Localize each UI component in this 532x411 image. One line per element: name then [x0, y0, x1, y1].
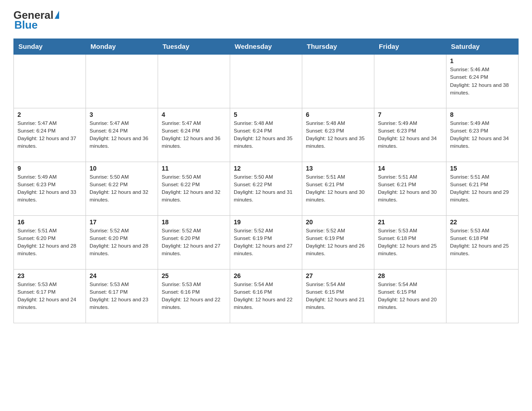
day-info: Sunrise: 5:53 AM Sunset: 6:16 PM Dayligh…	[162, 281, 226, 312]
day-number: 20	[306, 218, 370, 226]
calendar-day: 1Sunrise: 5:46 AM Sunset: 6:24 PM Daylig…	[446, 54, 519, 108]
calendar-day: 22Sunrise: 5:53 AM Sunset: 6:18 PM Dayli…	[446, 215, 519, 269]
weekday-header-thursday: Thursday	[302, 39, 374, 55]
day-number: 6	[306, 111, 370, 118]
day-number: 2	[17, 111, 82, 118]
calendar-day	[14, 54, 86, 108]
calendar-day	[230, 54, 302, 108]
day-info: Sunrise: 5:48 AM Sunset: 6:24 PM Dayligh…	[234, 120, 298, 150]
day-info: Sunrise: 5:49 AM Sunset: 6:23 PM Dayligh…	[378, 120, 442, 150]
day-number: 18	[162, 218, 226, 226]
day-number: 19	[234, 218, 298, 226]
day-info: Sunrise: 5:53 AM Sunset: 6:17 PM Dayligh…	[17, 281, 82, 312]
day-info: Sunrise: 5:51 AM Sunset: 6:21 PM Dayligh…	[450, 173, 515, 204]
logo: General Blue	[13, 9, 59, 31]
day-info: Sunrise: 5:51 AM Sunset: 6:21 PM Dayligh…	[378, 173, 442, 204]
calendar-day: 12Sunrise: 5:50 AM Sunset: 6:22 PM Dayli…	[230, 162, 302, 215]
day-info: Sunrise: 5:46 AM Sunset: 6:24 PM Dayligh…	[450, 66, 515, 97]
day-number: 26	[234, 272, 298, 279]
logo-triangle-icon	[55, 11, 59, 19]
calendar-day: 3Sunrise: 5:47 AM Sunset: 6:24 PM Daylig…	[86, 108, 158, 162]
calendar-day: 21Sunrise: 5:53 AM Sunset: 6:18 PM Dayli…	[374, 215, 446, 269]
weekday-header-monday: Monday	[86, 39, 158, 55]
logo-wrapper: General Blue	[13, 9, 59, 31]
weekday-header-row: SundayMondayTuesdayWednesdayThursdayFrid…	[14, 39, 519, 55]
day-number: 5	[234, 111, 298, 118]
calendar-day: 14Sunrise: 5:51 AM Sunset: 6:21 PM Dayli…	[374, 162, 446, 215]
week-row-2: 2Sunrise: 5:47 AM Sunset: 6:24 PM Daylig…	[14, 108, 519, 162]
calendar-day: 5Sunrise: 5:48 AM Sunset: 6:24 PM Daylig…	[230, 108, 302, 162]
day-info: Sunrise: 5:50 AM Sunset: 6:22 PM Dayligh…	[162, 173, 226, 204]
calendar-day: 16Sunrise: 5:51 AM Sunset: 6:20 PM Dayli…	[14, 215, 86, 269]
day-number: 9	[17, 165, 82, 172]
calendar-day: 20Sunrise: 5:52 AM Sunset: 6:19 PM Dayli…	[302, 215, 374, 269]
day-number: 13	[306, 165, 370, 172]
week-row-3: 9Sunrise: 5:49 AM Sunset: 6:23 PM Daylig…	[14, 162, 519, 215]
calendar-day: 18Sunrise: 5:52 AM Sunset: 6:20 PM Dayli…	[158, 215, 230, 269]
day-number: 28	[378, 272, 442, 279]
calendar-day: 26Sunrise: 5:54 AM Sunset: 6:16 PM Dayli…	[230, 269, 302, 323]
day-number: 27	[306, 272, 370, 279]
calendar-day	[446, 269, 519, 323]
day-info: Sunrise: 5:47 AM Sunset: 6:24 PM Dayligh…	[162, 120, 226, 150]
calendar-day: 9Sunrise: 5:49 AM Sunset: 6:23 PM Daylig…	[14, 162, 86, 215]
day-number: 23	[17, 272, 82, 279]
day-number: 17	[90, 218, 154, 226]
day-info: Sunrise: 5:52 AM Sunset: 6:19 PM Dayligh…	[306, 227, 370, 258]
day-number: 8	[450, 111, 515, 118]
calendar-day: 23Sunrise: 5:53 AM Sunset: 6:17 PM Dayli…	[14, 269, 86, 323]
day-info: Sunrise: 5:52 AM Sunset: 6:20 PM Dayligh…	[90, 227, 154, 258]
day-info: Sunrise: 5:52 AM Sunset: 6:20 PM Dayligh…	[162, 227, 226, 258]
calendar-day: 27Sunrise: 5:54 AM Sunset: 6:15 PM Dayli…	[302, 269, 374, 323]
day-info: Sunrise: 5:47 AM Sunset: 6:24 PM Dayligh…	[90, 120, 154, 150]
day-info: Sunrise: 5:54 AM Sunset: 6:15 PM Dayligh…	[378, 281, 442, 312]
day-number: 10	[90, 165, 154, 172]
weekday-header-tuesday: Tuesday	[158, 39, 230, 55]
calendar-table: SundayMondayTuesdayWednesdayThursdayFrid…	[13, 39, 519, 323]
day-info: Sunrise: 5:52 AM Sunset: 6:19 PM Dayligh…	[234, 227, 298, 258]
day-number: 14	[378, 165, 442, 172]
day-info: Sunrise: 5:54 AM Sunset: 6:15 PM Dayligh…	[306, 281, 370, 312]
calendar-day: 2Sunrise: 5:47 AM Sunset: 6:24 PM Daylig…	[14, 108, 86, 162]
calendar-day: 10Sunrise: 5:50 AM Sunset: 6:22 PM Dayli…	[86, 162, 158, 215]
day-info: Sunrise: 5:48 AM Sunset: 6:23 PM Dayligh…	[306, 120, 370, 150]
day-info: Sunrise: 5:53 AM Sunset: 6:18 PM Dayligh…	[450, 227, 515, 258]
week-row-1: 1Sunrise: 5:46 AM Sunset: 6:24 PM Daylig…	[14, 54, 519, 108]
day-number: 12	[234, 165, 298, 172]
day-number: 3	[90, 111, 154, 118]
calendar-day: 24Sunrise: 5:53 AM Sunset: 6:17 PM Dayli…	[86, 269, 158, 323]
day-info: Sunrise: 5:50 AM Sunset: 6:22 PM Dayligh…	[234, 173, 298, 204]
logo-blue: Blue	[14, 19, 38, 31]
day-info: Sunrise: 5:51 AM Sunset: 6:20 PM Dayligh…	[17, 227, 82, 258]
day-info: Sunrise: 5:50 AM Sunset: 6:22 PM Dayligh…	[90, 173, 154, 204]
weekday-header-sunday: Sunday	[14, 39, 86, 55]
day-number: 21	[378, 218, 442, 226]
day-info: Sunrise: 5:54 AM Sunset: 6:16 PM Dayligh…	[234, 281, 298, 312]
day-number: 15	[450, 165, 515, 172]
day-number: 24	[90, 272, 154, 279]
day-number: 4	[162, 111, 226, 118]
calendar-day: 28Sunrise: 5:54 AM Sunset: 6:15 PM Dayli…	[374, 269, 446, 323]
calendar-day: 19Sunrise: 5:52 AM Sunset: 6:19 PM Dayli…	[230, 215, 302, 269]
day-info: Sunrise: 5:53 AM Sunset: 6:18 PM Dayligh…	[378, 227, 442, 258]
calendar-day: 17Sunrise: 5:52 AM Sunset: 6:20 PM Dayli…	[86, 215, 158, 269]
day-number: 22	[450, 218, 515, 226]
day-number: 25	[162, 272, 226, 279]
calendar-day: 6Sunrise: 5:48 AM Sunset: 6:23 PM Daylig…	[302, 108, 374, 162]
calendar-day: 11Sunrise: 5:50 AM Sunset: 6:22 PM Dayli…	[158, 162, 230, 215]
week-row-4: 16Sunrise: 5:51 AM Sunset: 6:20 PM Dayli…	[14, 215, 519, 269]
calendar-day: 15Sunrise: 5:51 AM Sunset: 6:21 PM Dayli…	[446, 162, 519, 215]
calendar-day	[374, 54, 446, 108]
day-info: Sunrise: 5:53 AM Sunset: 6:17 PM Dayligh…	[90, 281, 154, 312]
calendar-day: 8Sunrise: 5:49 AM Sunset: 6:23 PM Daylig…	[446, 108, 519, 162]
day-number: 1	[450, 57, 515, 64]
day-info: Sunrise: 5:47 AM Sunset: 6:24 PM Dayligh…	[17, 120, 82, 150]
day-number: 16	[17, 218, 82, 226]
day-info: Sunrise: 5:49 AM Sunset: 6:23 PM Dayligh…	[450, 120, 515, 150]
day-number: 7	[378, 111, 442, 118]
calendar-day: 7Sunrise: 5:49 AM Sunset: 6:23 PM Daylig…	[374, 108, 446, 162]
weekday-header-saturday: Saturday	[446, 39, 519, 55]
page-header: General Blue	[13, 9, 519, 31]
calendar-day	[86, 54, 158, 108]
calendar-day: 13Sunrise: 5:51 AM Sunset: 6:21 PM Dayli…	[302, 162, 374, 215]
